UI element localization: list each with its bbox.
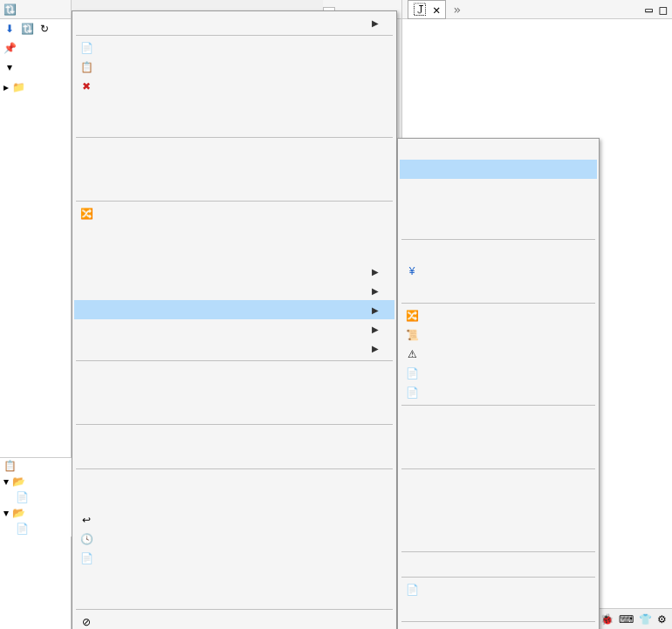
menu-validate[interactable] [74,223,394,243]
submenu-branch-tag[interactable] [400,243,597,262]
menu-update-u [74,364,394,383]
file-icon[interactable]: 📄 [16,491,28,503]
menu-commit-c[interactable] [74,383,394,402]
submenu-commit[interactable] [400,160,597,179]
menu-copy[interactable]: 📄 [74,38,394,58]
menu-show-revision-graph[interactable]: 🔀 [74,204,394,223]
task-folder-bu[interactable]: ▾📂 [0,505,72,521]
submenu-add-vc [400,408,597,427]
rev-props-icon: 📄 [403,386,421,399]
submenu-merge[interactable]: ¥ [400,262,597,281]
submenu-show-rev-graph[interactable]: 🔀 [400,306,597,325]
folder-icon: 📂 [12,507,24,519]
copy-icon: 📄 [78,42,95,54]
menu-edit-conflict [74,568,394,587]
menu-maven[interactable]: ▶ [74,281,394,300]
submenu-create-patch[interactable] [400,217,597,236]
file-icon[interactable]: 📄 [16,523,28,535]
delete-icon: ✖ [78,80,95,92]
submenu-edit-conflict [400,491,597,510]
submenu-show-history[interactable]: 📜 [400,325,597,345]
menu-remove-view[interactable] [74,179,394,198]
menu-add-ignore [74,491,394,510]
submenu-configure-branch[interactable]: ⚙ [400,625,597,629]
history-icon: 📜 [403,329,421,341]
submenu-sync-repo[interactable] [400,140,597,160]
props-icon: 📄 [403,367,421,379]
tree-conflicts-icon: ⚠ [403,348,421,360]
project-icon: 📁 [12,81,24,93]
project-tree-node[interactable]: ▸ 📁 [2,80,69,94]
menu-replace[interactable]: ▶ [74,338,394,358]
submenu-update[interactable] [400,179,597,198]
submenu-update-version[interactable] [400,198,597,217]
sync-tab-icon: 🔃 [3,3,16,16]
menu-team[interactable]: ▶ [74,300,394,319]
submenu-switch[interactable] [400,281,597,300]
menu-expand-all[interactable] [74,160,394,179]
menu-mark-merged [74,447,394,466]
submenu-add-ignore [400,427,597,447]
menu-mark-resolved [74,587,394,606]
java-file-icon: 🇯 [414,3,426,16]
sync-mode-icon[interactable]: 🔃 [21,23,33,35]
menu-show-in[interactable]: ▶ [74,13,394,32]
minimize-icon[interactable]: ▭ [645,3,652,17]
submenu-show-rev-props[interactable]: 📄 [400,383,597,402]
graph-icon: 🔀 [78,208,95,220]
debug-icon[interactable]: 🐞 [600,613,614,626]
menu-paste[interactable]: 📋 [74,58,394,77]
refresh-icon[interactable]: ↻ [38,23,51,35]
close-icon[interactable]: ✕ [433,3,440,17]
menu-rename[interactable] [74,115,394,134]
maximize-icon[interactable]: □ [660,3,667,17]
settings-icon[interactable]: ⚙ [657,613,667,626]
task-icon: 📋 [3,460,16,472]
menu-compare[interactable]: ▶ [74,319,394,338]
menu-show-props[interactable]: 📄 [74,549,394,568]
incoming-icon[interactable]: ⬇ [3,23,16,35]
editor-tab[interactable]: 🇯 ✕ [408,0,446,19]
folder-icon: 📂 [12,475,24,488]
submenu-restore[interactable] [400,472,597,491]
menu-synchronize[interactable] [74,140,394,160]
menu-move [74,96,394,115]
menu-remove-context[interactable]: ⊘ [74,612,394,629]
submenu-set-props[interactable] [400,447,597,466]
props-icon: 📄 [78,552,95,564]
submenu-mark-resolved [400,530,597,549]
pin-icon[interactable]: 📌 [3,42,16,54]
menu-restore-history[interactable] [74,243,394,262]
menu-javaee[interactable]: ▶ [74,262,394,281]
menu-override [74,427,394,447]
submenu-tree-conflicts[interactable]: ⚠ [400,345,597,364]
menu-add-vc [74,472,394,491]
history-icon: 🕓 [78,533,95,545]
task-folder-ta[interactable]: ▾📂 [0,474,72,489]
dropdown-icon[interactable]: ▾ [3,61,16,73]
remove-context-icon: ⊘ [78,616,95,628]
menu-revert[interactable]: ↩ [74,510,394,530]
task-view: 📋 ▾📂 📄 ▾📂 📄 [0,457,72,537]
paste-icon: 📋 [78,61,95,73]
menu-create-patch[interactable] [74,402,394,421]
revert-icon: ↩ [78,514,95,526]
context-menu-team: ¥ 🔀 📜 ⚠ 📄 📄 📄 ⚙ [397,138,600,629]
context-menu-primary: ▶ 📄 📋 ✖ 🔀 ▶ ▶ ▶ ▶ ▶ ↩ 🕓 📄 ⊘ [72,10,397,629]
submenu-show-props[interactable]: 📄 [400,364,597,383]
merge-icon: ¥ [403,265,421,277]
copy-icon: 📄 [403,584,421,596]
submenu-apply-patch[interactable] [400,555,597,574]
graph-icon: 🔀 [403,310,421,322]
submenu-export[interactable] [400,599,597,619]
keyboard-icon[interactable]: ⌨ [619,613,634,626]
submenu-edit-prop-conflict [400,510,597,530]
menu-delete[interactable]: ✖ [74,77,394,96]
person-icon[interactable]: 👕 [639,613,652,626]
menu-show-history[interactable]: 🕓 [74,530,394,549]
submenu-copy: 📄 [400,580,597,599]
